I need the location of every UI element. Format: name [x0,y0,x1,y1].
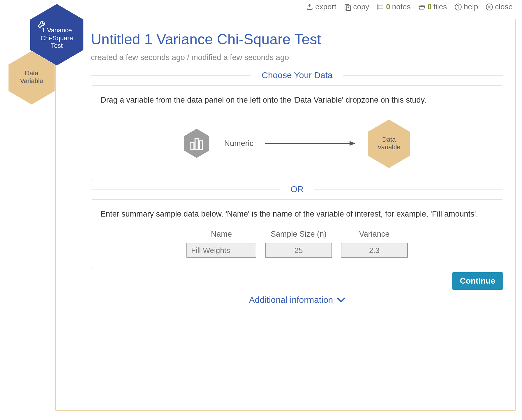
name-header: Name [211,230,232,239]
n-header: Sample Size (n) [271,230,327,239]
export-label: export [315,2,336,11]
svg-point-2 [378,5,378,6]
close-icon [486,3,493,11]
or-label: OR [280,184,314,194]
arrow-icon [265,140,355,147]
study-panel: Untitled 1 Variance Chi-Square Test crea… [55,19,516,411]
help-button[interactable]: help [454,2,478,11]
drag-instruction: Drag a variable from the data panel on t… [100,94,494,106]
wrench-icon [37,19,47,29]
meta-info: created a few seconds ago / modified a f… [91,53,503,62]
variance-input[interactable] [341,243,408,258]
export-button[interactable]: export [306,2,336,11]
export-icon [306,3,313,11]
continue-button[interactable]: Continue [452,272,503,290]
notes-button[interactable]: 0 notes [377,2,410,11]
test-hex-line3: Test [51,42,63,49]
svg-point-6 [458,8,458,9]
summary-box: Enter summary sample data below. 'Name' … [91,199,503,268]
notes-count: 0 [386,2,390,11]
svg-point-4 [378,8,378,9]
choose-data-divider: Choose Your Data [91,70,503,80]
top-toolbar: export copy 0 notes 0 files help close [306,2,513,11]
chevron-down-icon [337,297,345,303]
close-button[interactable]: close [486,2,513,11]
copy-label: copy [353,2,369,11]
copy-icon [344,3,351,11]
sample-size-input[interactable] [265,243,332,258]
or-divider: OR [91,184,503,194]
numeric-type-icon [184,128,210,159]
additional-info-toggle[interactable]: Additional information [243,295,352,305]
folder-icon [418,3,426,11]
page-title: Untitled 1 Variance Chi-Square Test [91,31,503,48]
test-hex-line2: Chi-Square [40,34,73,42]
summary-instruction: Enter summary sample data below. 'Name' … [100,208,494,220]
svg-point-3 [378,6,378,7]
dv-hex-line1: Data [25,69,38,77]
additional-info-divider: Additional information [91,295,503,305]
dropzone-line2: Variable [375,143,403,151]
dropzone-line1: Data [379,136,398,143]
files-count: 0 [427,2,431,11]
name-input[interactable] [186,243,256,258]
copy-button[interactable]: copy [344,2,369,11]
variance-header: Variance [359,230,390,239]
help-label: help [464,2,478,11]
svg-marker-13 [350,141,355,146]
close-label: close [495,2,513,11]
data-variable-hex[interactable]: Data Variable [8,50,56,104]
data-variable-dropzone[interactable]: Data Variable [367,119,411,168]
files-button[interactable]: 0 files [418,2,447,11]
choose-data-heading: Choose Your Data [251,70,343,80]
files-label: files [433,2,447,11]
additional-info-label: Additional information [249,295,333,305]
help-icon [454,3,462,11]
list-icon [377,3,384,11]
dv-hex-line2: Variable [20,77,43,85]
svg-marker-8 [184,129,209,158]
numeric-label: Numeric [224,139,254,148]
notes-label: notes [392,2,411,11]
drag-box: Drag a variable from the data panel on t… [91,85,503,180]
